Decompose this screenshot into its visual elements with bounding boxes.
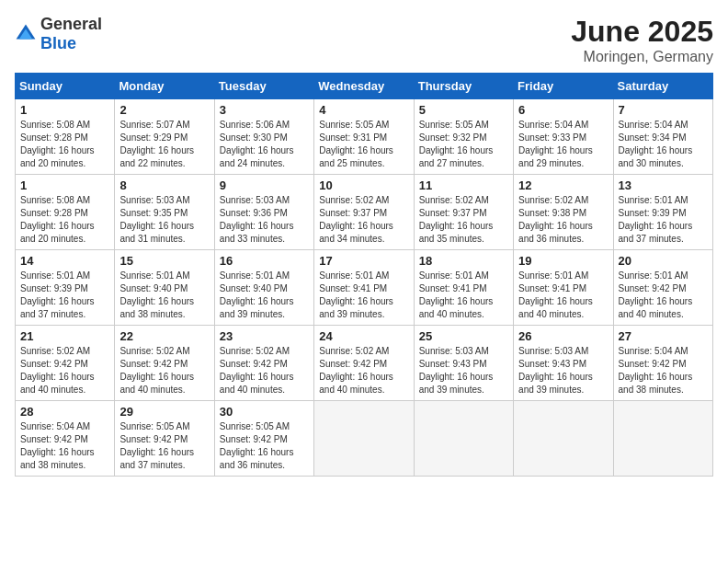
day-info: Sunrise: 5:05 AM Sunset: 9:42 PM Dayligh… (220, 420, 309, 472)
day-number: 27 (619, 329, 708, 343)
calendar-header-row: SundayMondayTuesdayWednesdayThursdayFrid… (16, 74, 713, 99)
calendar-cell: 25 Sunrise: 5:03 AM Sunset: 9:43 PM Dayl… (414, 326, 513, 401)
day-header: Saturday (613, 74, 712, 99)
day-info: Sunrise: 5:06 AM Sunset: 9:30 PM Dayligh… (220, 119, 309, 170)
calendar-cell: 23 Sunrise: 5:02 AM Sunset: 9:42 PM Dayl… (214, 326, 313, 401)
day-info: Sunrise: 5:01 AM Sunset: 9:39 PM Dayligh… (619, 194, 708, 246)
day-info: Sunrise: 5:04 AM Sunset: 9:33 PM Dayligh… (518, 119, 608, 170)
day-info: Sunrise: 5:03 AM Sunset: 9:43 PM Dayligh… (518, 345, 608, 396)
calendar-cell: 1 Sunrise: 5:08 AM Sunset: 9:28 PM Dayli… (16, 175, 115, 250)
day-number: 21 (20, 329, 109, 343)
day-number: 25 (419, 329, 508, 343)
day-info: Sunrise: 5:08 AM Sunset: 9:28 PM Dayligh… (20, 194, 109, 246)
day-number: 1 (20, 178, 109, 192)
day-number: 28 (20, 405, 109, 419)
day-number: 20 (619, 254, 708, 268)
day-info: Sunrise: 5:01 AM Sunset: 9:41 PM Dayligh… (419, 270, 508, 321)
day-number: 12 (518, 178, 608, 192)
day-header: Friday (514, 74, 613, 99)
day-info: Sunrise: 5:01 AM Sunset: 9:39 PM Dayligh… (20, 270, 109, 321)
day-number: 24 (319, 329, 408, 343)
day-info: Sunrise: 5:02 AM Sunset: 9:42 PM Dayligh… (319, 345, 408, 396)
day-info: Sunrise: 5:03 AM Sunset: 9:43 PM Dayligh… (419, 345, 508, 396)
day-number: 22 (119, 329, 209, 343)
calendar-cell: 19 Sunrise: 5:01 AM Sunset: 9:41 PM Dayl… (514, 250, 613, 326)
logo-general: General (40, 15, 102, 33)
day-number: 15 (119, 254, 209, 268)
calendar-cell: 28 Sunrise: 5:04 AM Sunset: 9:42 PM Dayl… (16, 401, 115, 477)
logo-blue: Blue (40, 34, 76, 52)
calendar-cell: 6 Sunrise: 5:04 AM Sunset: 9:33 PM Dayli… (514, 99, 613, 175)
day-info: Sunrise: 5:03 AM Sunset: 9:36 PM Dayligh… (220, 194, 309, 246)
calendar-week-row: 21 Sunrise: 5:02 AM Sunset: 9:42 PM Dayl… (16, 326, 713, 401)
calendar-cell (314, 401, 414, 477)
calendar-cell: 1 Sunrise: 5:08 AM Sunset: 9:28 PM Dayli… (16, 99, 115, 175)
day-info: Sunrise: 5:07 AM Sunset: 9:29 PM Dayligh… (119, 119, 209, 170)
day-number: 3 (220, 103, 309, 117)
day-number: 7 (619, 103, 708, 117)
day-info: Sunrise: 5:02 AM Sunset: 9:42 PM Dayligh… (220, 345, 309, 396)
logo: General Blue (15, 15, 102, 53)
day-number: 16 (220, 254, 309, 268)
calendar-week-row: 1 Sunrise: 5:08 AM Sunset: 9:28 PM Dayli… (16, 99, 713, 175)
calendar-cell: 18 Sunrise: 5:01 AM Sunset: 9:41 PM Dayl… (414, 250, 513, 326)
day-number: 17 (319, 254, 408, 268)
calendar-week-row: 28 Sunrise: 5:04 AM Sunset: 9:42 PM Dayl… (16, 401, 713, 477)
calendar-cell: 13 Sunrise: 5:01 AM Sunset: 9:39 PM Dayl… (613, 175, 712, 250)
day-info: Sunrise: 5:02 AM Sunset: 9:37 PM Dayligh… (419, 194, 508, 246)
calendar-cell: 29 Sunrise: 5:05 AM Sunset: 9:42 PM Dayl… (115, 401, 214, 477)
day-info: Sunrise: 5:02 AM Sunset: 9:38 PM Dayligh… (518, 194, 608, 246)
day-number: 10 (319, 178, 408, 192)
calendar-cell: 5 Sunrise: 5:05 AM Sunset: 9:32 PM Dayli… (414, 99, 513, 175)
calendar-cell: 9 Sunrise: 5:03 AM Sunset: 9:36 PM Dayli… (214, 175, 313, 250)
calendar-table: SundayMondayTuesdayWednesdayThursdayFrid… (15, 73, 713, 477)
calendar-cell (514, 401, 613, 477)
calendar-cell: 20 Sunrise: 5:01 AM Sunset: 9:42 PM Dayl… (613, 250, 712, 326)
day-info: Sunrise: 5:05 AM Sunset: 9:42 PM Dayligh… (119, 420, 209, 472)
day-info: Sunrise: 5:04 AM Sunset: 9:42 PM Dayligh… (20, 420, 109, 472)
day-number: 9 (220, 178, 309, 192)
calendar-cell (414, 401, 513, 477)
calendar-cell: 7 Sunrise: 5:04 AM Sunset: 9:34 PM Dayli… (613, 99, 712, 175)
month-title: June 2025 (571, 15, 713, 49)
day-info: Sunrise: 5:08 AM Sunset: 9:28 PM Dayligh… (20, 119, 109, 170)
day-number: 5 (419, 103, 508, 117)
calendar-cell: 24 Sunrise: 5:02 AM Sunset: 9:42 PM Dayl… (314, 326, 414, 401)
calendar-cell: 4 Sunrise: 5:05 AM Sunset: 9:31 PM Dayli… (314, 99, 414, 175)
calendar-cell: 2 Sunrise: 5:07 AM Sunset: 9:29 PM Dayli… (115, 99, 214, 175)
calendar-cell: 11 Sunrise: 5:02 AM Sunset: 9:37 PM Dayl… (414, 175, 513, 250)
calendar-cell: 12 Sunrise: 5:02 AM Sunset: 9:38 PM Dayl… (514, 175, 613, 250)
day-number: 13 (619, 178, 708, 192)
day-number: 23 (220, 329, 309, 343)
day-header: Wednesday (314, 74, 414, 99)
day-number: 19 (518, 254, 608, 268)
day-number: 26 (518, 329, 608, 343)
calendar-cell: 17 Sunrise: 5:01 AM Sunset: 9:41 PM Dayl… (314, 250, 414, 326)
day-number: 29 (119, 405, 209, 419)
day-number: 14 (20, 254, 109, 268)
day-number: 11 (419, 178, 508, 192)
location-title: Moringen, Germany (571, 49, 713, 65)
day-info: Sunrise: 5:01 AM Sunset: 9:41 PM Dayligh… (518, 270, 608, 321)
day-info: Sunrise: 5:04 AM Sunset: 9:34 PM Dayligh… (619, 119, 708, 170)
logo-icon (15, 23, 37, 45)
day-info: Sunrise: 5:01 AM Sunset: 9:40 PM Dayligh… (119, 270, 209, 321)
day-number: 8 (119, 178, 209, 192)
logo-text: General Blue (40, 15, 102, 53)
calendar-cell: 3 Sunrise: 5:06 AM Sunset: 9:30 PM Dayli… (214, 99, 313, 175)
day-info: Sunrise: 5:02 AM Sunset: 9:42 PM Dayligh… (20, 345, 109, 396)
calendar-cell: 27 Sunrise: 5:04 AM Sunset: 9:42 PM Dayl… (613, 326, 712, 401)
calendar-week-row: 1 Sunrise: 5:08 AM Sunset: 9:28 PM Dayli… (16, 175, 713, 250)
day-info: Sunrise: 5:02 AM Sunset: 9:42 PM Dayligh… (119, 345, 209, 396)
calendar-cell: 14 Sunrise: 5:01 AM Sunset: 9:39 PM Dayl… (16, 250, 115, 326)
day-info: Sunrise: 5:05 AM Sunset: 9:32 PM Dayligh… (419, 119, 508, 170)
day-header: Sunday (16, 74, 115, 99)
day-info: Sunrise: 5:03 AM Sunset: 9:35 PM Dayligh… (119, 194, 209, 246)
title-area: June 2025 Moringen, Germany (571, 15, 713, 65)
day-header: Thursday (414, 74, 513, 99)
page-header: General Blue June 2025 Moringen, Germany (15, 15, 713, 65)
day-number: 2 (119, 103, 209, 117)
day-info: Sunrise: 5:02 AM Sunset: 9:37 PM Dayligh… (319, 194, 408, 246)
calendar-cell: 8 Sunrise: 5:03 AM Sunset: 9:35 PM Dayli… (115, 175, 214, 250)
day-header: Tuesday (214, 74, 313, 99)
